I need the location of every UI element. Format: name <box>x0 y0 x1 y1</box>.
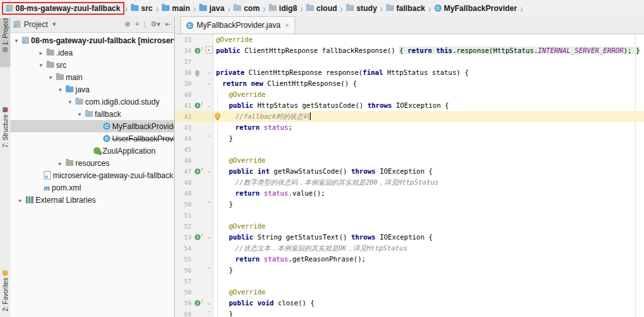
breadcrumb-item[interactable]: main <box>159 3 193 14</box>
code-text[interactable]: @Override <box>213 287 644 298</box>
tree-row[interactable]: ▾08-ms-gateway-zuul-fallback [microservi <box>10 34 174 46</box>
tree-row[interactable]: ▾com.idig8.cloud.study <box>10 96 174 108</box>
tree-row[interactable]: ▾fallback <box>10 108 174 120</box>
tree-row[interactable]: ZuulApplication <box>10 145 174 157</box>
chevron-down-icon[interactable]: ▾ <box>76 111 83 118</box>
code-line[interactable]: 38@⌄private ClientHttpResponse response(… <box>175 67 644 78</box>
code-line[interactable]: 52@Override <box>175 221 644 232</box>
tree-row[interactable]: ▸.idea <box>10 46 174 59</box>
code-line[interactable]: 49return status.value(); <box>175 188 644 199</box>
code-text[interactable] <box>213 144 644 155</box>
code-line[interactable]: 37 <box>175 56 644 67</box>
chevron-down-icon[interactable]: ▾ <box>57 87 64 93</box>
locate-icon[interactable]: ⊗ <box>124 20 130 28</box>
code-line[interactable]: 44⌃} <box>175 133 644 144</box>
code-text[interactable]: return status; <box>213 122 644 133</box>
code-text[interactable]: @Override <box>213 89 644 100</box>
code-line[interactable]: 55return status.getReasonPhrase(); <box>175 254 644 265</box>
code-text[interactable]: } <box>213 199 644 210</box>
fold-expand-icon[interactable]: + <box>206 46 213 54</box>
code-text[interactable]: @Override <box>213 34 644 45</box>
code-editor[interactable]: 33@Override34i+public ClientHttpResponse… <box>175 34 644 317</box>
code-text[interactable]: //数字类型的状态码，本例返回的其实就是200，详见HttpStatus <box>213 177 644 188</box>
code-line[interactable]: 54//状态文本，本例返回的其实就是OK，详见HttpStatus <box>175 243 644 254</box>
code-text[interactable]: } <box>213 309 644 317</box>
sidebar-item-project[interactable]: 1: Project <box>0 18 10 67</box>
chevron-right-icon[interactable]: ▸ <box>37 50 44 56</box>
breadcrumb-item[interactable]: 08-ms-gateway-zuul-fallback <box>2 2 124 15</box>
code-line[interactable]: 43return status; <box>175 122 644 133</box>
tab-myfallbackprovider[interactable]: C MyFallbackProvider.java × <box>181 16 295 34</box>
fold-open-icon[interactable]: ⌄ <box>205 166 213 177</box>
chevron-down-icon[interactable]: ▾ <box>66 99 73 105</box>
breadcrumb-item[interactable]: CMyFallbackProvider <box>432 3 520 14</box>
scroll-from-source-icon[interactable]: ⌖ <box>135 20 139 28</box>
fold-close-icon[interactable]: ⌃ <box>205 199 213 210</box>
code-line[interactable]: 58@Override <box>175 287 644 298</box>
breadcrumb-item[interactable]: study <box>344 3 380 14</box>
code-text[interactable]: //状态文本，本例返回的其实就是OK，详见HttpStatus <box>213 243 644 254</box>
fold-open-icon[interactable]: ⌄ <box>205 298 213 309</box>
override-method-icon[interactable]: i <box>195 103 200 108</box>
close-icon[interactable]: × <box>285 21 289 29</box>
fold-close-icon[interactable]: ⌃ <box>205 309 213 317</box>
code-line[interactable]: 34i+public ClientHttpResponse fallbackRe… <box>175 45 644 56</box>
tree-row[interactable]: ▾java <box>10 83 174 96</box>
breadcrumb-item[interactable]: com <box>231 3 262 14</box>
code-text[interactable]: @Override <box>213 155 644 166</box>
code-text[interactable]: public void close() { <box>213 298 644 309</box>
code-line[interactable]: 41i⌄public HttpStatus getStatusCode() th… <box>175 100 644 111</box>
settings-gear-icon[interactable]: ⚙▾ <box>150 20 160 28</box>
override-method-icon[interactable]: i <box>195 300 200 306</box>
chevron-right-icon[interactable]: ▸ <box>17 197 24 203</box>
tree-row[interactable]: CUserFallbackProvider <box>10 132 174 145</box>
code-text[interactable] <box>213 210 644 221</box>
code-line[interactable]: 57 <box>175 276 644 287</box>
tree-row[interactable]: CMyFallbackProvider <box>10 120 174 132</box>
breadcrumb-item[interactable]: java <box>197 3 227 14</box>
code-line[interactable]: 46@Override <box>175 155 644 166</box>
code-text[interactable]: } <box>213 133 644 144</box>
code-text[interactable]: return status.value(); <box>213 188 644 199</box>
code-line[interactable]: 50⌃} <box>175 199 644 210</box>
code-line[interactable]: 33@Override <box>175 34 644 45</box>
tree-row[interactable]: mpom.xml <box>10 181 174 194</box>
sidebar-item-structure[interactable]: 7: Structure <box>0 105 10 172</box>
tree-row[interactable]: ▾main <box>10 71 174 83</box>
chevron-down-icon[interactable]: ▾ <box>13 37 20 44</box>
breadcrumb-item[interactable]: idig8 <box>266 3 300 14</box>
code-line[interactable]: 59i⌄public void close() { <box>175 298 644 309</box>
breadcrumb-item[interactable]: src <box>128 3 155 14</box>
view-dropdown-icon[interactable]: ▾ <box>52 20 56 28</box>
code-text[interactable] <box>213 276 644 287</box>
breadcrumb-item[interactable]: fallback <box>384 3 428 14</box>
code-line[interactable]: 39⌄return new ClientHttpResponse() { <box>175 78 644 89</box>
code-text[interactable]: public String getStatusText() throws IOE… <box>213 232 644 243</box>
fold-close-icon[interactable]: ⌃ <box>205 265 213 276</box>
code-text[interactable] <box>213 56 644 67</box>
code-line[interactable]: 60⌃} <box>175 309 644 317</box>
tree-row[interactable]: ▸External Libraries <box>10 194 174 206</box>
fold-open-icon[interactable]: ⌄ <box>205 67 213 78</box>
code-text[interactable]: return new ClientHttpResponse() { <box>213 78 644 89</box>
tree-row[interactable]: ▾src <box>10 59 174 71</box>
code-line[interactable]: 53i⌄public String getStatusText() throws… <box>175 232 644 243</box>
fold-open-icon[interactable]: ⌄ <box>205 232 213 243</box>
tree-row[interactable]: ▸resources <box>10 157 174 169</box>
hide-panel-icon[interactable]: ⇤ <box>165 20 171 28</box>
sidebar-item-favorites[interactable]: 2: Favorites <box>0 269 10 315</box>
code-text[interactable]: //fallback时的状态码 <box>213 111 644 122</box>
override-method-icon[interactable]: i <box>195 234 200 240</box>
code-text[interactable]: @Override <box>213 221 644 232</box>
code-text[interactable]: private ClientHttpResponse response(fina… <box>213 67 644 78</box>
code-line[interactable]: 40@Override <box>175 89 644 100</box>
code-line[interactable]: 47i⌄public int getRawStatusCode() throws… <box>175 166 644 177</box>
fold-open-icon[interactable]: ⌄ <box>205 100 213 111</box>
code-text[interactable]: public HttpStatus getStatusCode() throws… <box>213 100 644 111</box>
code-text[interactable]: public ClientHttpResponse fallbackRespon… <box>213 45 644 56</box>
code-line[interactable]: 51 <box>175 210 644 221</box>
chevron-down-icon[interactable]: ▾ <box>47 74 54 81</box>
chevron-down-icon[interactable]: ▾ <box>37 62 44 68</box>
code-text[interactable]: } <box>213 265 644 276</box>
override-method-icon[interactable]: i <box>195 169 200 174</box>
